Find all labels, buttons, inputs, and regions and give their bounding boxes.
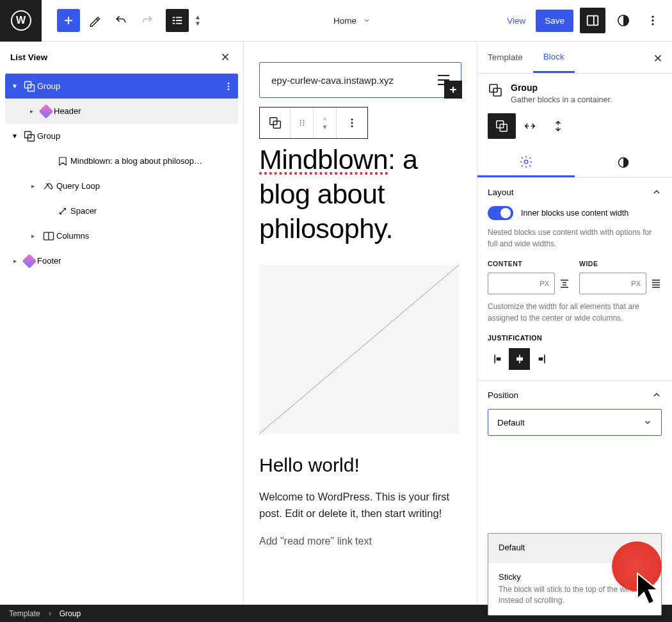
undo-button[interactable] — [109, 9, 132, 32]
columns-icon — [41, 230, 56, 243]
list-item-query-loop[interactable]: ▸ Query Loop — [5, 173, 238, 198]
block-toolbar: ▲▼ — [259, 107, 368, 139]
svg-point-18 — [303, 122, 304, 124]
breadcrumb-group[interactable]: Group — [60, 609, 81, 618]
variant-stack[interactable] — [544, 113, 572, 139]
close-icon[interactable] — [218, 49, 233, 65]
move-buttons[interactable]: ▲▼ — [314, 108, 337, 138]
subtab-settings[interactable] — [477, 148, 575, 177]
wordpress-logo[interactable]: W — [0, 0, 42, 42]
list-item-columns[interactable]: ▸ Columns — [5, 223, 238, 248]
list-item-heading[interactable]: Mindblown: a blog about philosop… — [5, 148, 238, 173]
breadcrumb-template[interactable]: Template — [9, 609, 40, 618]
svg-point-7 — [228, 83, 230, 84]
heading-icon — [55, 156, 70, 167]
save-button[interactable]: Save — [536, 10, 573, 32]
position-select[interactable]: Default — [488, 409, 662, 436]
content-width-toggle[interactable] — [488, 206, 513, 220]
chevron-up-icon: ▲ — [322, 114, 328, 123]
block-type-button[interactable] — [260, 108, 291, 138]
chevron-down-icon — [363, 17, 371, 24]
spacer-icon — [55, 205, 70, 217]
wide-width-input[interactable]: PX — [579, 273, 646, 294]
tab-block[interactable]: Block — [533, 42, 575, 73]
top-toolbar: W ▲ ▼ Home View Save — [0, 0, 672, 42]
settings-panel-button[interactable] — [580, 8, 605, 33]
block-header: Group Gather blocks in a container. — [477, 74, 672, 113]
svg-point-23 — [351, 125, 353, 127]
svg-line-24 — [259, 265, 459, 434]
svg-rect-0 — [588, 16, 598, 26]
svg-point-22 — [351, 122, 353, 124]
content-width-input[interactable]: PX — [488, 273, 555, 294]
position-panel: Position Default — [477, 381, 672, 446]
page-heading[interactable]: Mindblown: a blog about philosophy. — [259, 143, 461, 246]
layout-panel-toggle[interactable]: Layout — [477, 178, 672, 206]
svg-point-3 — [652, 19, 653, 21]
editor-canvas: epy-curlew-cava.instawp.xyz + ▲▼ Mindblo… — [244, 42, 477, 605]
list-item-footer[interactable]: ▸ Footer — [5, 248, 238, 273]
subtab-styles[interactable] — [575, 148, 672, 177]
page-selector[interactable]: Home — [201, 16, 503, 26]
site-url-bar[interactable]: epy-curlew-cava.instawp.xyz + — [259, 62, 461, 98]
post-excerpt[interactable]: Welcome to WordPress. This is your first… — [259, 489, 458, 522]
svg-point-15 — [300, 120, 301, 121]
list-view-button[interactable] — [166, 9, 189, 32]
svg-point-16 — [303, 120, 304, 121]
item-options-icon[interactable] — [219, 81, 238, 92]
post-title[interactable]: Hello world! — [259, 454, 461, 476]
chevron-down-icon — [643, 418, 652, 427]
variant-group[interactable] — [488, 113, 516, 139]
justify-center[interactable] — [509, 348, 530, 370]
position-panel-toggle[interactable]: Position — [477, 381, 672, 409]
group-icon — [22, 130, 37, 143]
svg-point-4 — [652, 23, 653, 25]
featured-image-placeholder[interactable] — [259, 265, 459, 434]
svg-point-29 — [524, 160, 528, 164]
svg-point-17 — [300, 122, 301, 124]
add-block-button[interactable] — [57, 9, 80, 32]
content-align-icon[interactable] — [559, 278, 570, 289]
list-view-title: List View — [10, 52, 47, 62]
svg-point-20 — [303, 124, 304, 125]
svg-rect-36 — [538, 358, 543, 361]
svg-point-2 — [652, 16, 653, 18]
options-button[interactable] — [641, 9, 664, 32]
group-icon — [488, 83, 503, 104]
chevron-up-icon — [652, 187, 662, 197]
list-view-panel: List View ▼ Group ▸ Header ▼ Group — [0, 42, 244, 605]
wide-align-icon[interactable] — [650, 278, 662, 289]
close-icon[interactable] — [649, 49, 667, 67]
svg-rect-31 — [494, 355, 495, 363]
svg-rect-32 — [496, 358, 500, 361]
view-link[interactable]: View — [503, 16, 529, 26]
chevron-right-icon — [47, 610, 53, 617]
svg-point-19 — [300, 124, 301, 125]
svg-point-9 — [228, 88, 230, 90]
read-more-link[interactable]: Add "read more" link text — [259, 536, 372, 547]
diamond-icon — [22, 256, 37, 266]
list-item-header[interactable]: ▸ Header — [5, 99, 238, 124]
layout-panel: Layout Inner blocks use content width Ne… — [477, 178, 672, 381]
justify-left[interactable] — [488, 348, 509, 370]
redo-button[interactable] — [136, 9, 159, 32]
loop-icon — [41, 180, 56, 193]
tab-template[interactable]: Template — [477, 42, 533, 73]
edit-mode-button[interactable] — [83, 9, 106, 32]
list-item-spacer[interactable]: Spacer — [5, 198, 238, 223]
svg-point-21 — [351, 118, 353, 120]
add-block-inline-button[interactable]: + — [444, 81, 462, 99]
styles-icon[interactable] — [612, 9, 635, 32]
list-item-group-selected[interactable]: ▼ Group — [5, 74, 238, 99]
chevron-up-icon — [652, 390, 662, 400]
variant-row[interactable] — [516, 113, 544, 139]
list-item-group-2[interactable]: ▼ Group — [5, 124, 238, 148]
chevron-down-icon: ▼ — [195, 20, 201, 27]
block-options-button[interactable] — [337, 108, 367, 138]
drag-handle[interactable] — [291, 108, 314, 138]
cursor-icon — [634, 571, 664, 608]
group-icon — [22, 80, 37, 93]
justify-right[interactable] — [530, 348, 551, 370]
svg-rect-34 — [516, 358, 523, 361]
move-arrows[interactable]: ▲ ▼ — [195, 14, 201, 27]
